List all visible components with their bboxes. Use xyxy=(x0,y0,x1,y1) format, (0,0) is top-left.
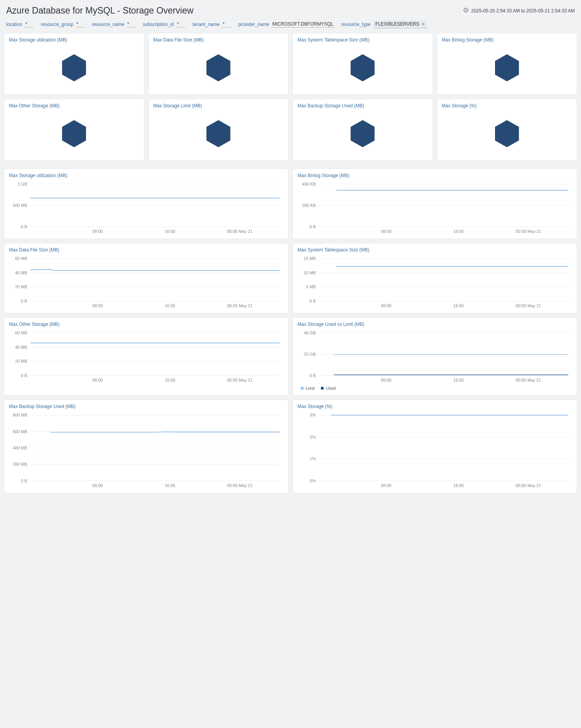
hexagon-icon xyxy=(62,54,86,81)
filter-label: location xyxy=(6,22,22,27)
legend-item: Limit xyxy=(301,386,315,391)
svg-text:0 B: 0 B xyxy=(21,478,27,483)
svg-text:0 B: 0 B xyxy=(21,299,27,303)
filter-resource-name[interactable]: resource_name * xyxy=(92,21,136,28)
tile-panel[interactable]: Max Data File Size (MB) xyxy=(148,33,289,95)
time-range-text: 2025-05-20 2:54:33 AM to 2025-05-21 2:54… xyxy=(471,8,575,14)
page-title: Azure Database for MySQL - Storage Overv… xyxy=(6,5,194,16)
chart-legend: LimitUsed xyxy=(297,384,572,391)
svg-text:40 MB: 40 MB xyxy=(15,270,27,275)
panel-title: Max Data File Size (MB) xyxy=(9,247,284,253)
svg-text:00:00 May 21: 00:00 May 21 xyxy=(516,378,541,382)
svg-text:1 GB: 1 GB xyxy=(18,182,28,186)
panel-title: Max Other Storage (MB) xyxy=(9,322,284,327)
chart-panel-used-vs-limit[interactable]: Max Storage Used vs Limit (MB) 40 GB20 G… xyxy=(292,317,577,396)
panel-title: Max System Tablespace Size (MB) xyxy=(297,247,572,253)
legend-dot-icon xyxy=(321,387,324,390)
svg-text:0%: 0% xyxy=(310,478,316,483)
hexagon-icon xyxy=(351,54,375,81)
svg-text:10 MB: 10 MB xyxy=(304,270,316,275)
panel-title: Max Storage Limit (MB) xyxy=(153,103,284,108)
filter-provider-name[interactable]: provider_name MICROSOFT.DBFORMYSQL xyxy=(238,21,334,28)
hexagon-icon xyxy=(495,120,519,147)
svg-text:0 B: 0 B xyxy=(309,373,316,378)
svg-text:00:00 May 21: 00:00 May 21 xyxy=(227,229,253,234)
svg-text:00:00 May 21: 00:00 May 21 xyxy=(516,303,541,308)
svg-text:08:00: 08:00 xyxy=(381,303,391,308)
svg-text:1%: 1% xyxy=(310,456,316,461)
tile-panel[interactable]: Max Storage Limit (MB) xyxy=(148,99,289,161)
filter-bar: location * resource_group * resource_nam… xyxy=(0,19,581,33)
chart-panel-datafile[interactable]: Max Data File Size (MB) 60 MB40 MB20 MB0… xyxy=(4,243,289,313)
tile-panel[interactable]: Max Backup Storage Used (MB) xyxy=(292,99,433,161)
filter-label: provider_name xyxy=(238,22,269,27)
tile-panel[interactable]: Max Binlog Storage (MB) xyxy=(437,33,578,95)
svg-text:16:00: 16:00 xyxy=(453,229,464,234)
svg-text:16:00: 16:00 xyxy=(453,483,464,488)
svg-text:400 MB: 400 MB xyxy=(13,446,27,450)
svg-text:3%: 3% xyxy=(310,413,316,417)
chart-panel-binlog[interactable]: Max Binlog Storage (MB) 400 KB200 KB0 B0… xyxy=(292,169,577,239)
chart-panel-storage-pct[interactable]: Max Storage (%) 3%2%1%0%08:0016:0000:00 … xyxy=(292,399,577,493)
page-header: Azure Database for MySQL - Storage Overv… xyxy=(0,0,581,19)
svg-text:08:00: 08:00 xyxy=(92,483,103,488)
chart-plot: 800 MB600 MB400 MB200 MB0 B08:0016:0000:… xyxy=(9,411,284,489)
hexagon-icon xyxy=(351,120,375,147)
chart-panel-other[interactable]: Max Other Storage (MB) 60 MB40 MB20 MB0 … xyxy=(4,317,289,396)
svg-text:200 MB: 200 MB xyxy=(13,462,27,466)
svg-text:20 MB: 20 MB xyxy=(15,284,27,289)
legend-dot-icon xyxy=(301,387,304,390)
svg-text:08:00: 08:00 xyxy=(92,303,103,308)
svg-text:00:00 May 21: 00:00 May 21 xyxy=(516,483,541,488)
svg-text:00:00 May 21: 00:00 May 21 xyxy=(227,303,253,308)
loading-placeholder xyxy=(442,45,572,91)
loading-placeholder xyxy=(297,45,428,91)
chart-panel-backup[interactable]: Max Backup Storage Used (MB) 800 MB600 M… xyxy=(4,399,289,493)
filter-subscription-id[interactable]: subscription_id * xyxy=(143,21,186,28)
chart-panel-storage-util[interactable]: Max Storage utilization (MB) 1 GB500 MB0… xyxy=(4,169,289,239)
svg-text:0 B: 0 B xyxy=(21,224,27,229)
svg-text:16:00: 16:00 xyxy=(165,378,175,382)
filter-resource-group[interactable]: resource_group * xyxy=(41,21,85,28)
filter-value: * xyxy=(222,21,231,28)
svg-text:600 MB: 600 MB xyxy=(13,429,27,434)
panel-title: Max Storage utilization (MB) xyxy=(9,173,284,178)
svg-text:60 MB: 60 MB xyxy=(15,256,27,261)
filter-chip[interactable]: FLEXIBLESERVERS ✕ xyxy=(373,21,427,28)
svg-text:16:00: 16:00 xyxy=(453,303,464,308)
filter-value: * xyxy=(24,21,34,28)
hexagon-icon xyxy=(62,120,86,147)
svg-text:2%: 2% xyxy=(310,435,316,439)
tile-panel[interactable]: Max Storage (%) xyxy=(437,99,578,161)
legend-item: Used xyxy=(321,386,336,391)
legend-label: Used xyxy=(326,386,336,391)
tile-panel[interactable]: Max System Tablespace Size (MB) xyxy=(292,33,433,95)
clock-icon xyxy=(463,7,469,14)
panel-title: Max Binlog Storage (MB) xyxy=(442,37,572,43)
legend-label: Limit xyxy=(306,386,315,391)
svg-text:20 MB: 20 MB xyxy=(15,359,27,363)
panel-title: Max Backup Storage Used (MB) xyxy=(297,103,428,108)
chart-plot: 60 MB40 MB20 MB0 B08:0016:0000:00 May 21 xyxy=(9,255,284,309)
filter-location[interactable]: location * xyxy=(6,21,34,28)
close-icon[interactable]: ✕ xyxy=(421,22,425,27)
time-range-picker[interactable]: 2025-05-20 2:54:33 AM to 2025-05-21 2:54… xyxy=(463,7,575,14)
filter-tenant-name[interactable]: tenant_name * xyxy=(193,21,231,28)
chart-plot: 40 GB20 GB0 B08:0016:0000:00 May 21 xyxy=(297,329,572,384)
panel-title: Max Storage Used vs Limit (MB) xyxy=(297,322,572,327)
chart-panel-tablespace[interactable]: Max System Tablespace Size (MB) 15 MB10 … xyxy=(292,243,577,313)
loading-placeholder xyxy=(442,111,572,157)
tile-panel[interactable]: Max Other Storage (MB) xyxy=(4,99,144,161)
tiles-grid: Max Storage utilization (MB) Max Data Fi… xyxy=(0,33,581,169)
tile-panel[interactable]: Max Storage utilization (MB) xyxy=(4,33,144,95)
filter-label: resource_group xyxy=(41,22,73,27)
panel-title: Max Storage (%) xyxy=(297,404,572,409)
filter-resource-type[interactable]: resource_type FLEXIBLESERVERS ✕ xyxy=(341,21,428,28)
svg-text:08:00: 08:00 xyxy=(92,229,103,234)
svg-text:800 MB: 800 MB xyxy=(13,413,27,417)
filter-value: * xyxy=(127,21,136,28)
loading-placeholder xyxy=(297,111,428,157)
chart-plot: 15 MB10 MB5 MB0 B08:0016:0000:00 May 21 xyxy=(297,255,572,309)
svg-text:20 GB: 20 GB xyxy=(304,352,316,356)
filter-value: * xyxy=(176,21,186,28)
